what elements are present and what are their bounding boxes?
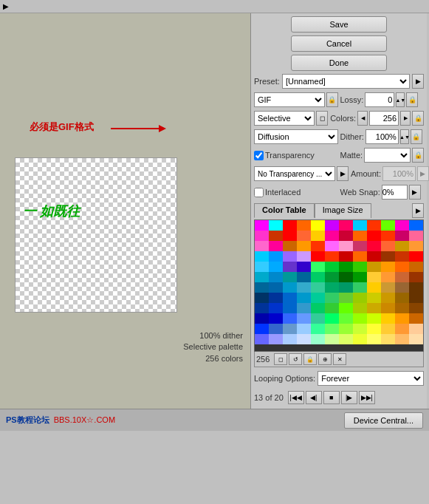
dither-select[interactable]: Diffusion	[254, 129, 338, 144]
color-grid-btn5[interactable]: ✕	[333, 353, 346, 365]
svg-rect-97	[409, 293, 423, 303]
device-central-button[interactable]: Device Central...	[344, 412, 423, 429]
svg-rect-46	[367, 251, 381, 262]
format-lock-button[interactable]: 🔒	[326, 92, 338, 107]
dither-input[interactable]	[365, 129, 399, 144]
svg-rect-107	[381, 303, 395, 313]
svg-rect-68	[339, 272, 353, 282]
colors-down-button[interactable]: ◀	[357, 111, 368, 126]
svg-rect-83	[381, 282, 395, 293]
tab-image-size[interactable]: Image Size	[315, 203, 371, 218]
svg-rect-32	[339, 241, 353, 251]
dither-method-cell: Diffusion	[254, 129, 338, 144]
play-prev-button[interactable]: ◀|	[306, 391, 322, 404]
palette-select[interactable]: Selective	[254, 111, 315, 126]
no-transparency-cell: No Transparency ... ▶	[254, 166, 349, 181]
svg-rect-101	[297, 303, 311, 313]
transparency-label: Transparency	[265, 151, 315, 160]
svg-rect-91	[325, 293, 339, 303]
color-grid-btn3[interactable]: 🔒	[303, 353, 317, 365]
amount-label: Amount:	[351, 169, 381, 178]
cancel-button[interactable]: Cancel	[291, 35, 387, 52]
svg-rect-94	[367, 293, 381, 303]
lossy-label: Lossy:	[340, 95, 364, 104]
preset-row: Preset: [Unnamed] ▶	[254, 74, 424, 89]
svg-rect-62	[255, 272, 269, 282]
looping-select[interactable]: Forever	[318, 371, 424, 386]
bottom-strip: PS教程论坛 BBS.10X☆.COM Device Central...	[0, 409, 429, 431]
svg-rect-133	[409, 324, 423, 334]
save-btn-row: Save	[254, 16, 424, 33]
save-button[interactable]: Save	[291, 16, 387, 33]
lossy-input[interactable]	[365, 92, 394, 107]
svg-rect-33	[353, 241, 367, 251]
svg-rect-48	[395, 251, 409, 262]
preset-select[interactable]: [Unnamed]	[282, 74, 410, 89]
no-transparency-row: No Transparency ... ▶ Amount: ▶	[254, 166, 424, 181]
transparency-checkbox[interactable]	[254, 151, 264, 160]
svg-rect-100	[283, 303, 297, 313]
play-last-button[interactable]: ▶▶|	[359, 391, 375, 404]
format-select[interactable]: GIF	[254, 92, 325, 107]
interlaced-cell: Interlaced	[254, 188, 338, 197]
svg-rect-8	[339, 220, 353, 231]
svg-rect-5	[297, 220, 311, 231]
palette-lock-button[interactable]: ◻	[316, 111, 328, 126]
matte-lock-button[interactable]: 🔒	[412, 148, 424, 163]
info-line3: 256 colors	[183, 353, 243, 364]
svg-rect-37	[409, 241, 423, 251]
svg-rect-105	[353, 303, 367, 313]
dither-row: Diffusion Dither: ▲▼ 🔒	[254, 129, 424, 144]
interlaced-checkbox[interactable]	[254, 188, 264, 197]
web-snap-input[interactable]	[382, 185, 408, 200]
main-content: 必须是GIF格式 一 如既往 100% dither Selective pal…	[0, 13, 429, 409]
done-button[interactable]: Done	[291, 55, 387, 71]
svg-rect-3	[269, 220, 283, 231]
svg-rect-22	[367, 231, 381, 241]
svg-rect-38	[255, 251, 269, 262]
play-first-button[interactable]: |◀◀	[288, 391, 304, 404]
svg-rect-115	[325, 313, 339, 324]
color-grid-btn4[interactable]: ⊕	[318, 353, 332, 365]
lossy-spin-button[interactable]: ▲▼	[396, 92, 405, 107]
dither-spin-button[interactable]: ▲▼	[400, 129, 409, 144]
no-transparency-arrow[interactable]: ▶	[337, 166, 349, 181]
svg-rect-69	[353, 272, 367, 282]
color-grid-btn2[interactable]: ↺	[289, 353, 302, 365]
colors-up-button[interactable]: ▶	[400, 111, 411, 126]
no-transparency-select[interactable]: No Transparency ...	[254, 166, 335, 181]
info-line2: Selective palette	[183, 341, 243, 353]
lossy-lock-button[interactable]: 🔒	[406, 92, 418, 107]
svg-rect-122	[255, 324, 269, 334]
svg-rect-29	[297, 241, 311, 251]
transparency-row: Transparency Matte: 🔒	[254, 148, 424, 163]
matte-select[interactable]	[364, 148, 411, 163]
web-snap-arrow[interactable]: ▶	[409, 185, 421, 200]
svg-rect-61	[409, 262, 423, 272]
colors-input[interactable]	[369, 111, 399, 126]
tab-color-table[interactable]: Color Table	[254, 203, 315, 218]
ps-logo-text: PS教程论坛	[6, 415, 49, 426]
canvas-text: 一 如既往	[23, 202, 80, 220]
colors-lock-button[interactable]: 🔒	[412, 111, 424, 126]
nav-arrow[interactable]: ▶	[3, 2, 9, 10]
svg-rect-44	[339, 251, 353, 262]
dither-lock-button[interactable]: 🔒	[411, 129, 422, 144]
svg-rect-30	[311, 241, 325, 251]
bbs-text: BBS.10X☆.COM	[54, 415, 115, 425]
info-line1: 100% dither	[183, 330, 243, 341]
color-grid-btn1[interactable]: ◻	[274, 353, 287, 365]
svg-rect-28	[283, 241, 297, 251]
preset-options-button[interactable]: ▶	[412, 74, 424, 89]
svg-rect-31	[325, 241, 339, 251]
svg-rect-49	[409, 251, 423, 262]
play-stop-button[interactable]: ■	[323, 391, 340, 404]
tab-options-button[interactable]: ▶	[412, 203, 424, 218]
svg-rect-143	[381, 334, 395, 344]
svg-rect-144	[395, 334, 409, 344]
play-next-button[interactable]: |▶	[341, 391, 357, 404]
amount-cell: Amount: ▶	[351, 166, 429, 181]
svg-rect-80	[339, 282, 353, 293]
svg-rect-78	[311, 282, 325, 293]
svg-rect-72	[395, 272, 409, 282]
